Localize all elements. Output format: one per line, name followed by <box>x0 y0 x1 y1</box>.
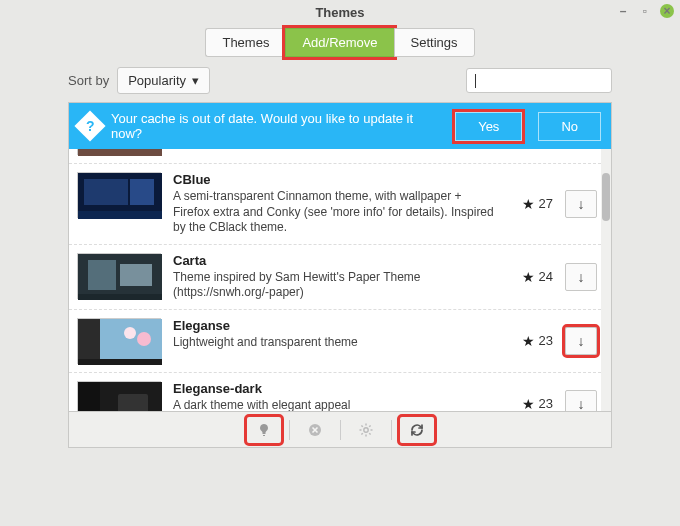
theme-thumbnail <box>77 253 161 299</box>
tab-themes[interactable]: Themes <box>205 28 285 57</box>
tab-settings[interactable]: Settings <box>394 28 475 57</box>
svg-rect-10 <box>78 294 162 300</box>
theme-list: CBlue A semi-transparent Cinnamon theme,… <box>69 149 611 411</box>
theme-row <box>69 149 611 163</box>
search-input[interactable] <box>476 73 644 88</box>
svg-line-31 <box>369 425 370 426</box>
svg-rect-2 <box>78 149 162 156</box>
theme-desc: Theme inspired by Sam Hewitt's Paper The… <box>173 270 501 301</box>
star-icon: ★ <box>522 269 535 285</box>
chevron-down-icon: ▾ <box>192 73 199 88</box>
search-box[interactable] <box>466 68 612 93</box>
theme-thumbnail <box>77 318 161 364</box>
settings-button[interactable] <box>349 417 383 443</box>
sort-select[interactable]: Popularity ▾ <box>117 67 210 94</box>
maximize-button[interactable]: ▫ <box>638 4 652 18</box>
theme-row[interactable]: Carta Theme inspired by Sam Hewitt's Pap… <box>69 244 611 309</box>
svg-point-13 <box>124 327 136 339</box>
close-circle-icon <box>307 422 323 438</box>
rating-value: 24 <box>539 269 553 284</box>
theme-rating: ★ 24 <box>513 269 553 285</box>
theme-desc: A dark theme with elegant appeal <box>173 398 501 411</box>
minimize-button[interactable]: – <box>616 4 630 18</box>
theme-name: Eleganse <box>173 318 501 333</box>
svg-rect-8 <box>88 260 116 290</box>
refresh-icon <box>409 422 425 438</box>
theme-rating: ★ 23 <box>513 396 553 411</box>
star-icon: ★ <box>522 196 535 212</box>
svg-rect-9 <box>120 264 152 286</box>
window-title: Themes <box>315 5 364 20</box>
svg-line-32 <box>361 433 362 434</box>
theme-thumbnail <box>77 381 161 411</box>
banner-no-button[interactable]: No <box>538 112 601 141</box>
lightbulb-icon <box>256 422 272 438</box>
toolbar: Sort by Popularity ▾ <box>0 67 680 102</box>
theme-desc: Lightweight and transparent theme <box>173 335 501 351</box>
svg-rect-18 <box>118 394 148 411</box>
svg-line-30 <box>369 433 370 434</box>
svg-rect-4 <box>84 179 128 205</box>
download-button[interactable]: ↓ <box>565 327 597 355</box>
tab-add-remove[interactable]: Add/Remove <box>285 28 393 57</box>
sort-label: Sort by <box>68 73 109 88</box>
svg-rect-12 <box>78 319 100 365</box>
theme-thumbnail <box>77 149 161 155</box>
cancel-button[interactable] <box>298 417 332 443</box>
star-icon: ★ <box>522 396 535 411</box>
banner-text: Your cache is out of date. Would you lik… <box>111 111 445 141</box>
question-icon: ? <box>74 110 105 141</box>
window-controls: – ▫ × <box>616 4 674 18</box>
svg-rect-15 <box>78 359 162 365</box>
tabs: Themes Add/Remove Settings <box>0 24 680 67</box>
theme-row[interactable]: CBlue A semi-transparent Cinnamon theme,… <box>69 163 611 244</box>
scrollbar-thumb[interactable] <box>602 173 610 221</box>
banner-yes-button[interactable]: Yes <box>455 112 522 141</box>
update-banner: ? Your cache is out of date. Would you l… <box>69 103 611 149</box>
svg-point-24 <box>363 427 367 431</box>
star-icon: ★ <box>522 333 535 349</box>
titlebar: Themes – ▫ × <box>0 0 680 24</box>
content-panel: ? Your cache is out of date. Would you l… <box>68 102 612 448</box>
info-button[interactable] <box>247 417 281 443</box>
refresh-button[interactable] <box>400 417 434 443</box>
svg-point-14 <box>137 332 151 346</box>
theme-name: Carta <box>173 253 501 268</box>
close-button[interactable]: × <box>660 4 674 18</box>
theme-row[interactable]: Eleganse Lightweight and transparent the… <box>69 309 611 372</box>
sort-value: Popularity <box>128 73 186 88</box>
window: Themes – ▫ × Themes Add/Remove Settings … <box>0 0 680 526</box>
theme-name: Eleganse-dark <box>173 381 501 396</box>
theme-info: CBlue A semi-transparent Cinnamon theme,… <box>173 172 501 236</box>
svg-rect-5 <box>130 179 154 205</box>
theme-info: Carta Theme inspired by Sam Hewitt's Pap… <box>173 253 501 301</box>
theme-desc: A semi-transparent Cinnamon theme, with … <box>173 189 501 236</box>
theme-rating: ★ 27 <box>513 196 553 212</box>
download-button[interactable]: ↓ <box>565 190 597 218</box>
svg-line-29 <box>361 425 362 426</box>
theme-row[interactable]: Eleganse-dark A dark theme with elegant … <box>69 372 611 411</box>
rating-value: 23 <box>539 396 553 411</box>
bottom-toolbar <box>69 411 611 447</box>
download-button[interactable]: ↓ <box>565 390 597 411</box>
scrollbar-track[interactable] <box>601 149 611 411</box>
svg-rect-17 <box>78 382 100 411</box>
theme-rating: ★ 23 <box>513 333 553 349</box>
theme-info: Eleganse Lightweight and transparent the… <box>173 318 501 351</box>
theme-thumbnail <box>77 172 161 218</box>
theme-name: CBlue <box>173 172 501 187</box>
svg-rect-6 <box>78 211 162 219</box>
gear-icon <box>358 422 374 438</box>
rating-value: 27 <box>539 196 553 211</box>
theme-info: Eleganse-dark A dark theme with elegant … <box>173 381 501 411</box>
rating-value: 23 <box>539 333 553 348</box>
download-button[interactable]: ↓ <box>565 263 597 291</box>
